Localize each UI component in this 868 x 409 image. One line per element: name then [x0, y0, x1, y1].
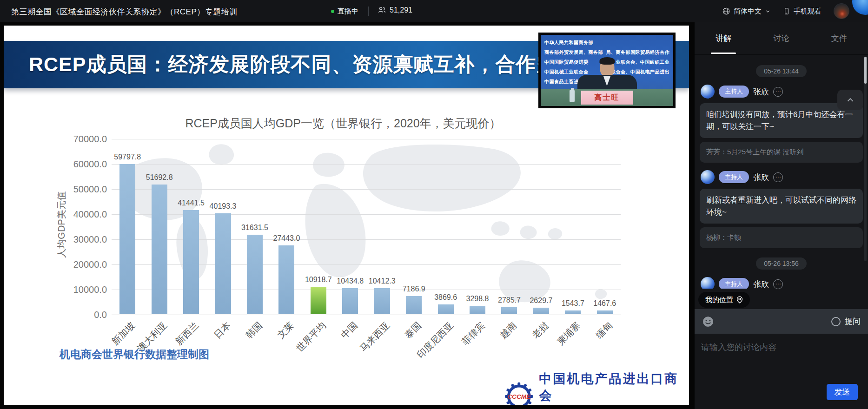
chat-avatar [701, 85, 715, 99]
bar-中国 [342, 288, 358, 314]
bar-value-label: 1467.6 [585, 299, 624, 308]
bar-泰国 [406, 296, 422, 314]
chart-title: RCEP成员国人均GDP一览（世界银行，2020年，美元现价） [97, 116, 590, 131]
scrollbar-thumb[interactable] [864, 57, 867, 84]
host-badge: 主持人 [719, 86, 749, 98]
ask-question-toggle[interactable]: 提问 [831, 316, 861, 327]
cccme-name-cn: 中国机电产品进出口商会 [539, 370, 689, 404]
gridline [112, 189, 621, 190]
mobile-view-button[interactable]: 手机观看 [783, 7, 822, 16]
more-options-icon[interactable]: ⋯ [773, 87, 783, 97]
radio-circle-icon [831, 317, 841, 326]
more-options-icon[interactable]: ⋯ [773, 172, 783, 182]
y-axis-tick-label: 60000.0 [63, 159, 107, 170]
topbar-right: 简体中文 手机观看 [722, 0, 849, 22]
bar-value-label: 27443.0 [267, 234, 306, 243]
phone-icon [783, 7, 790, 15]
bar-印度尼西亚 [438, 304, 454, 314]
viewers-icon [378, 6, 386, 14]
gridline [112, 139, 621, 139]
host-badge: 主持人 [719, 278, 749, 289]
speaker-name-card: 高士旺 [581, 91, 633, 105]
slide-banner-title: RCEP成员国：经济发展阶段不同、资源禀赋互补，合作空间 [4, 51, 577, 78]
y-axis-tick-label: 50000.0 [63, 184, 107, 195]
bar-菲律宾 [470, 306, 485, 314]
my-location-label: 我的位置 [705, 296, 733, 304]
live-status: 直播中 [331, 7, 358, 16]
gridline [112, 164, 621, 165]
top-bar: 第三期全国《区域全面经济伙伴关系协定》（RCEP）专题培训 直播中 51,291… [0, 0, 868, 22]
sidebar-tabs: 讲解 讨论 文件 [695, 22, 868, 55]
chat-username: 张欣 [753, 86, 769, 97]
y-axis-tick-label: 70000.0 [63, 134, 107, 145]
emoji-icon[interactable] [702, 316, 714, 328]
language-label: 简体中文 [734, 7, 762, 16]
gridline [112, 315, 621, 315]
bar-value-label: 40193.3 [204, 202, 243, 211]
language-selector[interactable]: 简体中文 [722, 7, 771, 16]
chat-username: 张欣 [753, 172, 769, 183]
chart-source-note: 机电商会世界银行数据整理制图 [60, 347, 209, 362]
bar-新加坡 [119, 164, 135, 314]
my-location-button[interactable]: 我的位置 [698, 292, 750, 308]
viewer-count-value: 51,291 [390, 6, 412, 14]
chat-avatar [701, 277, 715, 289]
chat-sidebar: 讲解 讨论 文件 05-26 13:44 主持人 张欣 ⋯ 咱们培训没有回放，预… [695, 22, 868, 409]
chat-timestamp: 05-26 13:56 [756, 257, 807, 270]
corner-widget[interactable] [852, 0, 868, 15]
bar-新西兰 [183, 210, 199, 314]
bar-value-label: 7186.9 [394, 285, 433, 293]
chat-quoted-message: 杨柳：卡顿 [700, 227, 863, 248]
y-axis-tick-label: 20000.0 [63, 259, 107, 270]
cccme-logo: CCCME 中国机电产品进出口商会 China Chamber of Comme… [504, 370, 689, 405]
live-dot-icon [331, 10, 334, 13]
bar-value-label: 59797.8 [108, 153, 147, 161]
speaker-video-overlay[interactable]: 中华人民共和国商务部 商务部外贸发展局、商务部局、商务部国际贸易经济合作 中国国… [538, 33, 676, 108]
plot-area: 0.010000.020000.030000.040000.050000.060… [112, 139, 621, 315]
y-axis-tick-label: 10000.0 [63, 284, 107, 295]
y-axis-tick-label: 0.0 [63, 310, 107, 320]
chat-message-header: 主持人 张欣 ⋯ [701, 170, 862, 184]
chevron-up-icon [845, 95, 855, 105]
collapse-button[interactable] [837, 90, 863, 110]
page-title: 第三期全国《区域全面经济伙伴关系协定》（RCEP）专题培训 [11, 7, 238, 17]
chevron-down-icon [765, 8, 771, 14]
location-pin-icon [736, 296, 743, 303]
tab-files[interactable]: 文件 [810, 23, 868, 54]
bar-value-label: 10412.3 [363, 277, 402, 285]
scrollbar-track[interactable] [864, 57, 867, 261]
gear-logo-icon: CCCME [504, 382, 534, 405]
viewer-count: 51,291 [378, 6, 412, 14]
chat-message-header-partial: 主持人 张欣 ⋯ [701, 277, 862, 289]
chat-message-bubble: 刷新或者重新进入吧，可以试试不同的网络环境~ [700, 189, 863, 224]
y-axis-tick-label: 30000.0 [63, 234, 107, 245]
bar-老挝 [533, 308, 549, 314]
bar-value-label: 51692.8 [140, 173, 179, 182]
chat-toolbar: 提问 [695, 309, 868, 334]
divider [368, 7, 369, 16]
presentation-stage: RCEP成员国：经济发展阶段不同、资源禀赋互补，合作空间 RCEP成员国人均GD… [0, 22, 695, 409]
tab-explain[interactable]: 讲解 [695, 23, 752, 54]
user-avatar[interactable] [834, 3, 849, 19]
chat-username: 张欣 [753, 279, 769, 289]
bar-文莱 [278, 245, 294, 314]
bar-缅甸 [597, 310, 613, 314]
y-axis-title: 人均GDP美元值 [55, 191, 68, 257]
tab-discussion[interactable]: 讨论 [752, 23, 810, 54]
live-label: 直播中 [338, 7, 358, 16]
bar-韩国 [247, 235, 263, 314]
bar-日本 [215, 213, 231, 314]
ask-question-label: 提问 [845, 316, 861, 327]
chat-avatar [701, 170, 715, 184]
bar-世界平均 [311, 287, 326, 314]
bar-柬埔寨 [565, 310, 581, 314]
y-axis-tick-label: 40000.0 [63, 209, 107, 220]
bar-马来西亚 [374, 288, 390, 314]
more-options-icon[interactable]: ⋯ [773, 279, 783, 289]
bar-澳大利亚 [152, 185, 167, 314]
mobile-view-label: 手机观看 [794, 7, 822, 16]
bar-越南 [501, 307, 517, 314]
chat-timestamp: 05-26 13:44 [756, 65, 807, 77]
send-button[interactable]: 发送 [827, 384, 858, 400]
water-bottle [570, 90, 575, 102]
